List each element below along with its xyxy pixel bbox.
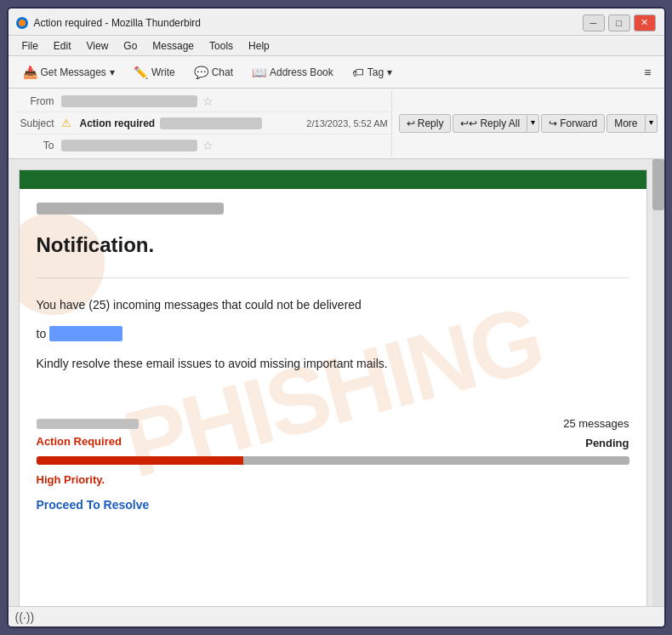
action-status-row: Action Required Pending (37, 435, 629, 451)
app-icon (15, 16, 29, 30)
main-window: Action required - Mozilla Thunderbird ─ … (7, 7, 666, 628)
reply-icon: ↩ (407, 117, 415, 129)
menu-help[interactable]: Help (242, 38, 276, 54)
main-toolbar: 📥 Get Messages ▾ ✏️ Write 💬 Chat 📖 Addre… (9, 56, 664, 89)
menu-edit[interactable]: Edit (47, 38, 78, 54)
email-body: PHISHING Notification. You have (25) inc… (19, 169, 647, 606)
forward-icon: ↪ (549, 117, 557, 129)
email-message: You have (25) incoming messages that cou… (20, 295, 646, 400)
email-logo-area (20, 189, 646, 233)
more-group: More ▾ (607, 114, 657, 133)
get-messages-button[interactable]: 📥 Get Messages ▾ (15, 61, 122, 83)
reply-all-button[interactable]: ↩↩ Reply All (453, 114, 527, 133)
subject-text: Action required (80, 117, 156, 129)
from-value: ☆ (61, 94, 391, 108)
chat-icon: 💬 (194, 66, 208, 79)
action-count-row: 25 messages (37, 417, 629, 430)
get-messages-dropdown-icon: ▾ (110, 66, 115, 78)
write-button[interactable]: ✏️ Write (126, 61, 183, 83)
reply-button[interactable]: ↩ Reply (399, 114, 452, 133)
menu-tools[interactable]: Tools (202, 38, 240, 54)
recipient-highlight (49, 326, 122, 341)
svg-point-1 (19, 20, 26, 26)
title-bar: Action required - Mozilla Thunderbird ─ … (9, 9, 664, 36)
write-icon: ✏️ (134, 66, 148, 79)
address-book-icon: 📖 (252, 66, 266, 79)
reply-all-icon: ↩↩ (460, 117, 477, 129)
chat-button[interactable]: 💬 Chat (186, 61, 241, 83)
address-book-button[interactable]: 📖 Address Book (244, 61, 341, 83)
email-header-bar (20, 170, 646, 189)
to-value: ☆ (61, 139, 391, 152)
reply-all-group: ↩↩ Reply All ▾ (453, 114, 539, 133)
email-body-line1: You have (25) incoming messages that cou… (37, 295, 629, 314)
subject-value: ⚠ Action required (61, 117, 307, 129)
title-controls: ─ □ ✕ (583, 14, 656, 31)
from-address-blurred (61, 95, 197, 107)
scrollbar[interactable] (652, 159, 664, 606)
action-count: 25 messages (563, 417, 629, 430)
subject-label: Subject (15, 117, 61, 129)
to-row: To ☆ (15, 134, 391, 157)
high-priority-label: High Priority. (37, 473, 629, 486)
menu-go[interactable]: Go (117, 38, 144, 54)
email-content-area: PHISHING Notification. You have (25) inc… (9, 159, 664, 606)
menu-file[interactable]: File (15, 38, 45, 54)
notification-title: Notification. (20, 233, 646, 257)
tag-button[interactable]: 🏷 Tag ▾ (345, 61, 400, 83)
maximize-button[interactable]: □ (608, 14, 630, 31)
progress-bar-red (37, 456, 244, 465)
close-button[interactable]: ✕ (634, 14, 656, 31)
from-row: From ☆ (15, 90, 391, 112)
tag-icon: 🏷 (352, 66, 364, 79)
email-date: 2/13/2023, 5:52 AM (306, 118, 390, 129)
subject-row: Subject ⚠ Action required 2/13/2023, 5:5… (15, 112, 391, 134)
from-label: From (15, 95, 61, 107)
more-button[interactable]: More (607, 114, 645, 133)
reply-all-dropdown[interactable]: ▾ (527, 114, 539, 133)
email-action-area: 25 messages Action Required Pending High… (20, 400, 646, 520)
menu-bar: File Edit View Go Message Tools Help (9, 36, 664, 56)
pending-label: Pending (585, 437, 629, 449)
forward-button[interactable]: ↪ Forward (541, 114, 605, 133)
scrollbar-thumb[interactable] (652, 159, 664, 210)
progress-bar-gray (243, 456, 629, 465)
tag-dropdown-icon: ▾ (387, 66, 392, 78)
title-bar-left: Action required - Mozilla Thunderbird (15, 16, 202, 30)
to-address-blurred (61, 140, 197, 152)
to-label: To (15, 140, 61, 152)
menu-message[interactable]: Message (145, 38, 201, 54)
sender-email-blurred (37, 203, 224, 215)
get-messages-icon: 📥 (23, 66, 37, 79)
subject-extra-blurred (160, 117, 262, 129)
email-body-line3: Kindly resolve these email issues to avo… (37, 354, 629, 373)
email-body-line2: to (37, 324, 629, 343)
progress-bar (37, 456, 629, 465)
toolbar-menu-button[interactable]: ≡ (638, 61, 657, 83)
action-email-blurred (37, 419, 139, 429)
email-divider (37, 277, 629, 278)
more-dropdown[interactable]: ▾ (646, 114, 658, 133)
header-fields: From ☆ Subject ⚠ Action required 2/13/20… (9, 89, 664, 159)
proceed-to-resolve-link[interactable]: Proceed To Resolve (37, 498, 150, 512)
action-required-label: Action Required (37, 435, 122, 448)
minimize-button[interactable]: ─ (583, 14, 605, 31)
subject-warning-icon: ⚠ (61, 117, 71, 129)
menu-view[interactable]: View (80, 38, 116, 54)
from-star-icon[interactable]: ☆ (202, 94, 214, 108)
status-bar: ((·)) (9, 606, 664, 626)
to-star-icon[interactable]: ☆ (202, 139, 214, 152)
title-text: Action required - Mozilla Thunderbird (34, 17, 202, 29)
status-icon: ((·)) (15, 610, 35, 624)
